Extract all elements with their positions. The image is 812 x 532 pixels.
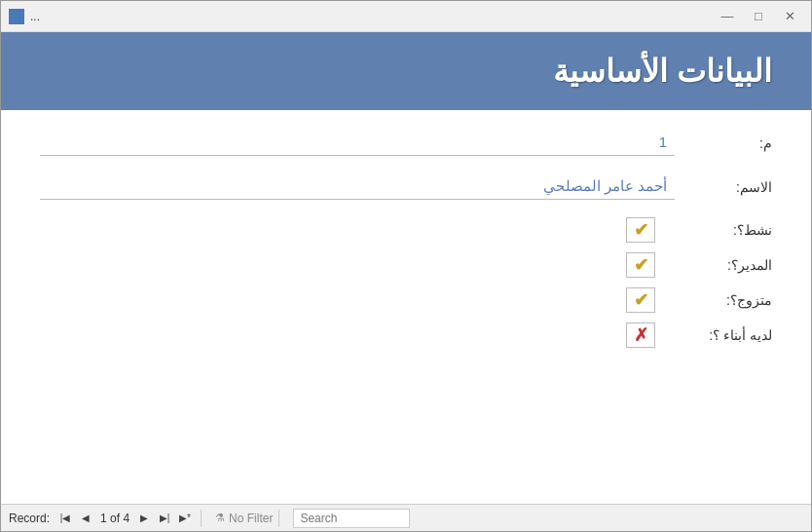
nav-next-button[interactable]: ▶ [134,509,154,528]
checkbox-active[interactable]: ✔ [626,217,655,243]
form-body: م: 1 الاسم: أحمد عامر المصلحي نشط؟: ✔ ال… [1,110,811,504]
titlebar-title: ... [30,10,40,23]
nav-new-button[interactable]: ▶* [175,509,195,528]
filter-area: ⚗ No Filter [215,512,273,525]
checkbox-married[interactable]: ✔ [626,287,655,313]
minimize-button[interactable]: — [714,7,741,26]
checkbox-children[interactable]: ✗ [626,323,655,348]
check-icon-manager: ✔ [634,254,648,276]
label-children: لديه أبناء ؟: [675,327,772,343]
field-row-name: الاسم: أحمد عامر المصلحي [40,173,772,200]
nav-first-button[interactable]: |◀ [55,509,75,528]
value-id: 1 [659,133,667,150]
label-id: م: [694,135,772,151]
nav-buttons: |◀ ◀ 1 of 4 ▶ ▶| ▶* [55,509,195,528]
check-icon-active: ✔ [634,219,648,241]
titlebar-controls: — □ ✕ [714,7,803,26]
label-married: متزوج؟: [675,292,772,308]
label-active: نشط؟: [675,222,772,238]
field-id: 1 [40,130,675,156]
close-button[interactable]: ✕ [776,7,803,26]
maximize-button[interactable]: □ [745,7,772,26]
field-name: أحمد عامر المصلحي [40,173,675,200]
nav-prev-button[interactable]: ◀ [76,509,95,528]
label-name: الاسم: [694,179,772,195]
checkbox-row-married: متزوج؟: ✔ [40,287,772,313]
filter-icon: ⚗ [215,512,225,524]
statusbar: Record: |◀ ◀ 1 of 4 ▶ ▶| ▶* ⚗ No Filter [1,504,811,531]
nav-last-button[interactable]: ▶| [155,509,174,528]
filter-text: No Filter [229,512,273,525]
search-input[interactable] [293,509,410,528]
check-icon-children: ✗ [634,324,648,346]
checkbox-manager[interactable]: ✔ [626,252,655,278]
divider-1 [201,510,202,527]
checkbox-row-manager: المدير؟: ✔ [40,252,772,278]
record-info: 1 of 4 [100,512,129,525]
check-icon-married: ✔ [634,289,648,311]
label-manager: المدير؟: [675,257,772,273]
form-header: البيانات الأساسية [1,32,811,110]
titlebar: ... — □ ✕ [1,1,811,32]
record-label: Record: [9,512,50,525]
checkbox-row-children: لديه أبناء ؟: ✗ [40,323,772,348]
divider-2 [278,510,279,527]
app-icon [9,9,24,24]
checkbox-row-active: نشط؟: ✔ [40,217,772,243]
field-row-id: م: 1 [40,130,772,156]
value-name: أحمد عامر المصلحي [543,177,667,194]
form-title: البيانات الأساسية [553,53,772,90]
titlebar-left: ... [9,9,40,24]
